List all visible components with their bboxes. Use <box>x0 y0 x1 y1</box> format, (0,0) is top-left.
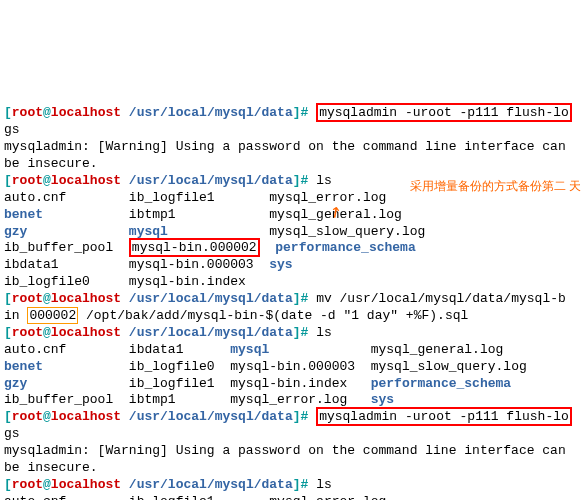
hash: # <box>301 325 309 340</box>
f: ib_logfile1 <box>129 376 215 391</box>
cmd-mv-2a: in <box>4 308 27 323</box>
cwd: /usr/local/mysql/data <box>121 291 293 306</box>
bracket: [ <box>4 105 12 120</box>
f: mysql-bin.000002 <box>132 240 257 255</box>
f: mysql_slow_query.log <box>371 359 527 374</box>
hash: # <box>301 477 309 492</box>
warning: mysqladmin: [Warning] Using a password o… <box>4 443 574 475</box>
f: mysql-bin.000003 <box>129 257 254 272</box>
highlighted-000002-arg: 000002 <box>27 307 78 324</box>
f: mysql_general.log <box>371 342 504 357</box>
at: @ <box>43 291 51 306</box>
cwd: /usr/local/mysql/data <box>121 325 293 340</box>
at: @ <box>43 325 51 340</box>
host: localhost <box>51 105 121 120</box>
terminal-content[interactable]: [root@localhost /usr/local/mysql/data]# … <box>4 103 574 500</box>
f: ibtmp1 <box>129 392 176 407</box>
user: root <box>12 173 43 188</box>
cmd-mv-1: mv /usr/local/mysql/data/mysql-b <box>316 291 566 306</box>
f: mysql-bin.000003 <box>230 359 355 374</box>
bracket: [ <box>4 477 12 492</box>
cmd-cont: gs <box>4 426 20 441</box>
dir: performance_schema <box>371 376 511 391</box>
cwd: /usr/local/mysql/data <box>121 173 293 188</box>
dir: gzy <box>4 376 27 391</box>
f: ib_logfile0 <box>129 359 215 374</box>
user: root <box>12 409 43 424</box>
f: mysql_error.log <box>230 392 347 407</box>
terminal[interactable]: { "annotation": "采用增量备份的方式备份第二\n天新生成的数据文… <box>4 21 577 500</box>
f: auto.cnf <box>4 190 66 205</box>
cwd: /usr/local/mysql/data <box>121 477 293 492</box>
bracket: ] <box>293 173 301 188</box>
user: root <box>12 477 43 492</box>
bracket: ] <box>293 105 301 120</box>
annotation-text: 采用增量备份的方式备份第二 天新生成的数据文件 <box>410 179 581 193</box>
dir: benet <box>4 359 43 374</box>
f: mysql_error.log <box>269 494 386 500</box>
f: ib_logfile1 <box>129 494 215 500</box>
f: ibtmp1 <box>129 207 176 222</box>
cmd-mv-2c: /opt/bak/add/mysql-bin-$(date -d "1 day"… <box>78 308 468 323</box>
f: ibdata1 <box>4 257 59 272</box>
cwd: /usr/local/mysql/data <box>121 105 293 120</box>
f: ib_buffer_pool <box>4 240 113 255</box>
hash: # <box>301 409 309 424</box>
dir: benet <box>4 207 43 222</box>
bracket: [ <box>4 409 12 424</box>
dir: performance_schema <box>275 240 415 255</box>
hash: # <box>301 105 309 120</box>
dir: gzy <box>4 224 27 239</box>
bracket: ] <box>293 477 301 492</box>
host: localhost <box>51 409 121 424</box>
dir: mysql <box>129 224 168 239</box>
dir: sys <box>371 392 394 407</box>
bracket: ] <box>293 291 301 306</box>
bracket: [ <box>4 291 12 306</box>
host: localhost <box>51 291 121 306</box>
f: auto.cnf <box>4 494 66 500</box>
cwd: /usr/local/mysql/data <box>121 409 293 424</box>
cmd-ls: ls <box>316 173 332 188</box>
bracket: ] <box>293 325 301 340</box>
at: @ <box>43 409 51 424</box>
at: @ <box>43 105 51 120</box>
f: mysql-bin.index <box>129 274 246 289</box>
cmd-cont: gs <box>4 122 20 137</box>
highlighted-binlog-000002: mysql-bin.000002 <box>129 238 260 257</box>
hash: # <box>301 173 309 188</box>
at: @ <box>43 477 51 492</box>
cmd-ls: ls <box>316 325 332 340</box>
bracket: ] <box>293 409 301 424</box>
host: localhost <box>51 173 121 188</box>
host: localhost <box>51 477 121 492</box>
f: ibdata1 <box>129 342 184 357</box>
f: ib_logfile0 <box>4 274 90 289</box>
cmd-flush-logs-1: mysqladmin -uroot -p111 flush-lo <box>316 103 572 122</box>
f: auto.cnf <box>4 342 66 357</box>
user: root <box>12 291 43 306</box>
cmd-text: mysqladmin -uroot -p111 flush-lo <box>319 105 569 120</box>
dir: sys <box>269 257 292 272</box>
cmd-ls: ls <box>316 477 332 492</box>
f: mysql-bin.index <box>230 376 347 391</box>
user: root <box>12 105 43 120</box>
warning: mysqladmin: [Warning] Using a password o… <box>4 139 574 171</box>
host: localhost <box>51 325 121 340</box>
f: mysql_slow_query.log <box>269 224 425 239</box>
bracket: [ <box>4 325 12 340</box>
f: ib_buffer_pool <box>4 392 113 407</box>
cmd-flush-logs-2: mysqladmin -uroot -p111 flush-lo <box>316 407 572 426</box>
cmd-mv-2b: 000002 <box>29 308 76 323</box>
at: @ <box>43 173 51 188</box>
hash: # <box>301 291 309 306</box>
f: ib_logfile1 <box>129 190 215 205</box>
cmd-text: mysqladmin -uroot -p111 flush-lo <box>319 409 569 424</box>
dir: mysql <box>230 342 269 357</box>
bracket: [ <box>4 173 12 188</box>
user: root <box>12 325 43 340</box>
